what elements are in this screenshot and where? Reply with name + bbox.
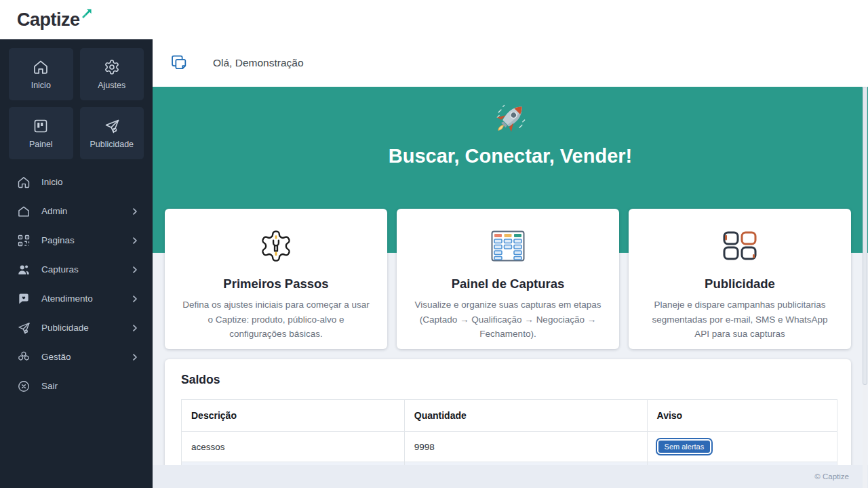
chevron-right-icon [131, 324, 139, 332]
menu-label: Paginas [41, 235, 75, 245]
card-description: Defina os ajustes iniciais para começar … [182, 298, 370, 342]
sem-alertas-badge[interactable]: Sem alertas [657, 439, 712, 454]
home-icon [17, 176, 31, 189]
app-header: Captize [0, 0, 868, 39]
kanban-icon [33, 118, 49, 134]
sidebar-tiles: Inicio Ajustes Painel Publicidade [0, 39, 153, 159]
main-content: Buscar, Conectar, Vender! Olá, Demonstra… [153, 39, 868, 488]
saldos-title: Saldos [181, 373, 837, 387]
kanban-board-icon [491, 230, 525, 262]
send-icon [104, 118, 120, 134]
menu-label: Gestão [41, 352, 71, 362]
sidebar-menu: Inicio Admin Paginas Capturas Atendiment… [0, 167, 153, 401]
chevron-right-icon [131, 295, 139, 303]
logout-icon [17, 380, 31, 393]
gear-icon [104, 59, 120, 75]
tile-inicio[interactable]: Inicio [9, 48, 73, 100]
gear-wrench-icon [258, 228, 294, 264]
sidebar-item-capturas[interactable]: Capturas [0, 255, 153, 284]
cell-descricao: acessos [182, 432, 405, 462]
chevron-right-icon [131, 353, 139, 361]
column-header-quantidade: Quantidade [404, 400, 647, 432]
menu-label: Sair [41, 381, 58, 391]
rocket-illustration [490, 99, 531, 140]
tile-label: Ajustes [98, 81, 125, 90]
sidebar-item-inicio[interactable]: Inicio [0, 167, 153, 197]
cell-quantidade: 9998 [404, 432, 647, 462]
greeting-text: Olá, Demonstração [213, 57, 304, 69]
qr-code-icon [17, 234, 31, 247]
column-header-aviso: Aviso [647, 400, 837, 432]
scrollbar-thumb[interactable] [863, 87, 867, 385]
sidebar-item-paginas[interactable]: Paginas [0, 226, 153, 255]
sidebar-item-atendimento[interactable]: Atendimento [0, 284, 153, 313]
table-header-row: Descrição Quantidade Aviso [182, 400, 837, 432]
home-icon [33, 59, 49, 75]
send-check-icon [17, 321, 31, 335]
boxes-icon [17, 350, 31, 364]
topbar: Olá, Demonstração [153, 39, 868, 87]
pages-icon[interactable] [170, 54, 189, 73]
chevron-right-icon [131, 237, 139, 245]
menu-label: Publicidade [41, 323, 89, 333]
captize-logo[interactable]: Captize [17, 0, 92, 39]
chevron-right-icon [131, 207, 139, 216]
card-description: Planeje e dispare campanhas publicitaria… [646, 298, 833, 342]
card-painel-de-capturas[interactable]: Painel de Capturas Visualize e organize … [397, 209, 619, 349]
card-description: Visualize e organize suas capturas em et… [414, 298, 601, 342]
copyright-text: © Captize [814, 472, 849, 481]
feature-cards: Primeiros Passos Defina os ajustes inici… [165, 209, 851, 349]
table-row: acessos 9998 Sem alertas [182, 432, 837, 462]
card-title: Painel de Capturas [414, 277, 601, 291]
grid-squares-icon [722, 230, 757, 262]
footer: © Captize [153, 465, 868, 488]
card-publicidade[interactable]: Publicidade Planeje e dispare campanhas … [629, 209, 851, 349]
scrollbar-track[interactable] [863, 87, 867, 488]
sidebar-item-gestao[interactable]: Gestão [0, 342, 153, 371]
cell-aviso: Sem alertas [647, 432, 837, 462]
tile-label: Painel [29, 140, 53, 149]
tile-ajustes[interactable]: Ajustes [80, 48, 144, 100]
tile-label: Publicidade [90, 140, 134, 149]
sidebar-item-admin[interactable]: Admin [0, 197, 153, 226]
users-icon [17, 263, 31, 277]
chevron-right-icon [131, 266, 139, 274]
house-icon [17, 205, 31, 218]
sidebar-item-sair[interactable]: Sair [0, 371, 153, 401]
sidebar: Inicio Ajustes Painel Publicidade Inicio… [0, 39, 153, 488]
menu-label: Inicio [41, 177, 63, 187]
tile-label: Inicio [31, 81, 51, 90]
chat-heart-icon [17, 292, 31, 306]
tile-painel[interactable]: Painel [9, 107, 73, 159]
card-primeiros-passos[interactable]: Primeiros Passos Defina os ajustes inici… [165, 209, 387, 349]
card-title: Publicidade [646, 277, 833, 291]
sidebar-item-publicidade[interactable]: Publicidade [0, 313, 153, 342]
hero-title: Buscar, Conectar, Vender! [153, 145, 868, 167]
menu-label: Atendimento [41, 293, 93, 304]
menu-label: Capturas [41, 264, 79, 274]
logo-text: Captize [17, 9, 80, 30]
card-title: Primeiros Passos [182, 277, 370, 291]
menu-label: Admin [41, 206, 67, 216]
column-header-descricao: Descrição [182, 400, 405, 432]
tile-publicidade[interactable]: Publicidade [80, 107, 144, 159]
logo-arrow-icon [81, 8, 92, 20]
